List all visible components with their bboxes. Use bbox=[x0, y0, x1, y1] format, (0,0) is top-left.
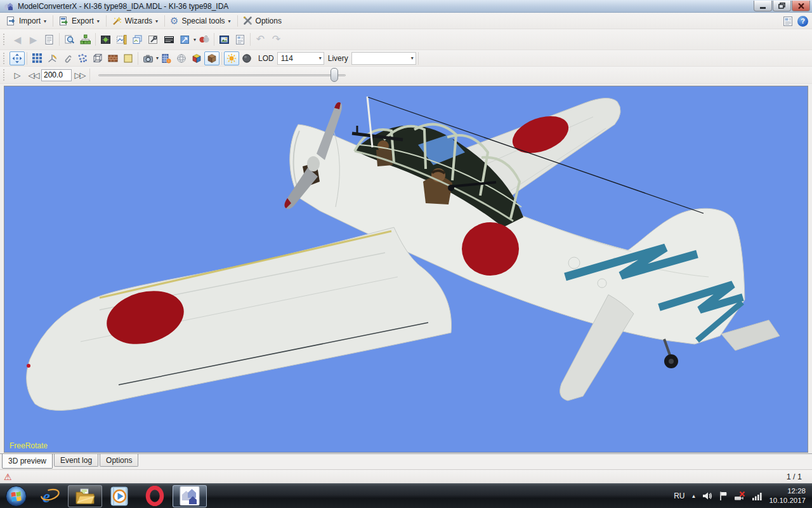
brick-texture-button[interactable] bbox=[105, 51, 121, 65]
wireframe-cube-button[interactable] bbox=[90, 51, 105, 65]
redo-button[interactable]: ↷ bbox=[268, 32, 284, 48]
dropdown-icon: ▾ bbox=[97, 18, 100, 24]
properties-icon bbox=[235, 34, 246, 45]
fast-forward-button[interactable]: ▷▷ bbox=[72, 67, 88, 83]
taskbar-media-player[interactable] bbox=[103, 485, 137, 507]
copy-frames-button[interactable] bbox=[129, 32, 145, 48]
forward-button[interactable]: ▶ bbox=[25, 32, 41, 48]
toolbar-grip[interactable] bbox=[3, 53, 7, 64]
menubar-right: ? bbox=[782, 13, 808, 29]
lod-label: LOD bbox=[258, 54, 274, 63]
toolbar-grip[interactable] bbox=[3, 34, 7, 45]
taskbar-clock[interactable]: 12:28 10.10.2017 bbox=[769, 486, 806, 505]
aircraft-model bbox=[4, 86, 808, 452]
toolbar-grip[interactable] bbox=[3, 69, 7, 81]
night-light-button[interactable] bbox=[239, 51, 254, 65]
undo-button[interactable]: ↶ bbox=[252, 32, 268, 48]
day-light-button[interactable] bbox=[224, 51, 239, 65]
tab-3d-preview[interactable]: 3D preview bbox=[2, 454, 53, 469]
back-button[interactable]: ◀ bbox=[10, 32, 25, 48]
hierarchy-button[interactable] bbox=[77, 32, 93, 48]
help-button[interactable]: ? bbox=[797, 16, 808, 27]
fit-view-button[interactable] bbox=[10, 51, 25, 65]
rewind-button[interactable]: ◁◁ bbox=[25, 67, 41, 83]
export-icon bbox=[58, 16, 69, 26]
restore-icon bbox=[778, 3, 785, 9]
network-disconnected-icon[interactable] bbox=[734, 491, 745, 501]
internet-explorer-icon: e bbox=[40, 486, 60, 505]
menu-separator bbox=[53, 15, 53, 27]
solid-cube-icon bbox=[207, 53, 217, 64]
vertex-cloud-button[interactable] bbox=[75, 51, 90, 65]
livery-combobox[interactable]: ▾ bbox=[351, 52, 416, 65]
merge-spheres-button[interactable] bbox=[196, 32, 212, 48]
dropdown-icon: ▾ bbox=[44, 18, 46, 24]
texture-editor-button[interactable] bbox=[98, 32, 114, 48]
picture-viewer-button[interactable] bbox=[216, 32, 232, 48]
frame-rate-input[interactable] bbox=[41, 69, 72, 81]
animation-slider[interactable] bbox=[98, 68, 346, 82]
taskbar-opera[interactable] bbox=[138, 485, 172, 507]
tray-expand-icon[interactable]: ▲ bbox=[691, 493, 697, 499]
wireframe-sphere-button[interactable] bbox=[174, 51, 189, 65]
material-swatch-button[interactable] bbox=[121, 51, 136, 65]
properties-button[interactable] bbox=[232, 32, 248, 48]
menu-separator bbox=[237, 15, 238, 27]
tab-event-log[interactable]: Event log bbox=[54, 454, 98, 467]
menu-import[interactable]: Import ▾ bbox=[3, 15, 51, 27]
statusbar: ⚠ 1 / 1 bbox=[0, 469, 812, 483]
language-indicator[interactable]: RU bbox=[674, 491, 684, 500]
forward-arrow-icon: ▶ bbox=[30, 35, 37, 44]
event-log-button[interactable] bbox=[41, 32, 57, 48]
slider-track[interactable] bbox=[98, 74, 346, 76]
3d-viewport[interactable]: FreeRotate bbox=[4, 86, 808, 453]
menu-export-label: Export bbox=[72, 17, 94, 25]
modelconverterx-icon bbox=[180, 486, 200, 505]
menu-wizards[interactable]: Wizards ▾ bbox=[108, 15, 162, 27]
colored-cube-button[interactable] bbox=[189, 51, 204, 65]
close-button[interactable] bbox=[792, 1, 810, 11]
volume-icon[interactable] bbox=[702, 491, 712, 501]
crossed-tools-icon bbox=[243, 16, 252, 25]
solid-model-button[interactable] bbox=[204, 51, 219, 65]
rewind-icon: ◁◁ bbox=[29, 70, 39, 80]
warning-icon[interactable]: ⚠ bbox=[4, 472, 12, 481]
minimize-button[interactable] bbox=[754, 1, 772, 11]
slider-thumb[interactable] bbox=[331, 68, 338, 82]
toolbar-animation: ▷ ◁◁ ▷▷ bbox=[0, 67, 812, 84]
report-icon[interactable] bbox=[782, 16, 794, 27]
preview-search-button[interactable] bbox=[62, 32, 77, 48]
scale-tool-button[interactable] bbox=[177, 32, 193, 48]
toolbar-separator bbox=[27, 52, 27, 65]
screenshot-button[interactable] bbox=[140, 51, 155, 65]
action-center-flag-icon[interactable] bbox=[719, 491, 728, 501]
start-button[interactable] bbox=[4, 485, 28, 508]
texture-editor-icon bbox=[100, 34, 111, 45]
taskbar-modelconverterx[interactable] bbox=[173, 485, 207, 507]
axes-button[interactable] bbox=[44, 51, 60, 65]
night-sphere-icon bbox=[242, 53, 252, 64]
wizard-wand-icon bbox=[112, 16, 122, 26]
media-player-icon bbox=[110, 486, 130, 506]
livery-label: Livery bbox=[328, 54, 348, 63]
restore-button[interactable] bbox=[773, 1, 791, 11]
colored-cube-icon bbox=[192, 53, 202, 64]
back-arrow-icon: ◀ bbox=[14, 35, 22, 44]
dropdown-icon: ▾ bbox=[316, 55, 322, 61]
grid-button[interactable] bbox=[29, 51, 44, 65]
menu-export[interactable]: Export ▾ bbox=[55, 15, 104, 27]
play-button[interactable]: ▷ bbox=[10, 67, 25, 83]
menu-options[interactable]: Options bbox=[240, 15, 286, 27]
taskbar-internet-explorer[interactable]: e bbox=[33, 485, 67, 507]
signal-bars-icon[interactable] bbox=[752, 491, 763, 501]
menu-special-tools[interactable]: ⚙ Special tools ▾ bbox=[167, 15, 235, 27]
attach-button[interactable] bbox=[60, 51, 75, 65]
frame-wrench-button[interactable] bbox=[145, 32, 161, 48]
tab-options[interactable]: Options bbox=[100, 454, 138, 467]
lod-combobox[interactable]: 114 ▾ bbox=[277, 52, 324, 65]
texture-size-button[interactable] bbox=[114, 32, 129, 48]
film-strip-button[interactable] bbox=[161, 32, 177, 48]
taskbar-explorer[interactable] bbox=[68, 485, 102, 507]
menu-separator bbox=[164, 15, 165, 27]
texture-manager-button[interactable] bbox=[159, 51, 174, 65]
